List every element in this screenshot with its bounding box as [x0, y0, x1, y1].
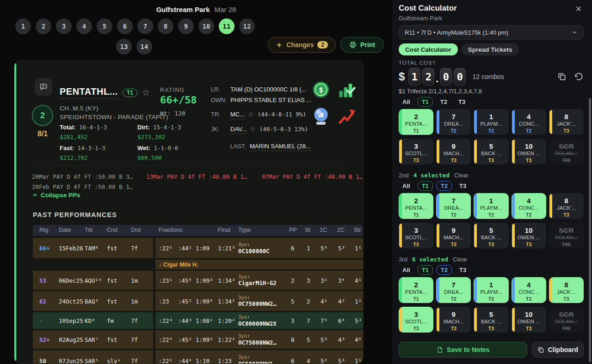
- tier-accent: [437, 194, 439, 218]
- horse-chip-9[interactable]: 9MACH...T3: [436, 223, 471, 249]
- filter-t2[interactable]: T2: [437, 97, 451, 106]
- pp-cell-pp: 2: [291, 277, 295, 284]
- comment-icon[interactable]: [35, 78, 52, 96]
- horse-chip-8[interactable]: 8JACK'...T3: [549, 109, 584, 135]
- race-button-12[interactable]: 12: [239, 18, 255, 34]
- group-clear-button[interactable]: Clear: [454, 172, 469, 179]
- horse-chip-9[interactable]: 9MACH...T3: [436, 139, 471, 164]
- horse-chip-10[interactable]: 10OWEN ...T3: [512, 307, 546, 333]
- horse-chip-2[interactable]: 2PENTA...T1: [399, 193, 433, 219]
- save-to-notes-button[interactable]: Save to Notes: [399, 342, 527, 358]
- track-title: Gulfstream Park Mar 28: [0, 6, 392, 13]
- horse-chip-SCR[interactable]: SCRROLAN...T99: [549, 307, 584, 333]
- race-button-13[interactable]: 13: [116, 39, 132, 55]
- cost-digit[interactable]: 0: [440, 68, 452, 85]
- horse-chip-4[interactable]: 4CONC...T2: [512, 277, 546, 303]
- filter-t3[interactable]: T3: [456, 266, 470, 274]
- horse-chip-4[interactable]: 4CONC...T2: [512, 193, 546, 219]
- print-button[interactable]: Print: [340, 37, 384, 53]
- filter-t1[interactable]: T1: [418, 265, 433, 275]
- horse-name[interactable]: PENTATHL...: [60, 86, 118, 99]
- pp-cell-rtg: 53: [39, 277, 46, 284]
- horse-chip-SCR[interactable]: SCRROLAN...T99: [549, 139, 584, 164]
- filter-t2[interactable]: T2: [437, 181, 452, 191]
- race-button-6[interactable]: 6: [117, 18, 133, 34]
- horse-chip-3[interactable]: 3SCOTL...T3: [399, 223, 433, 249]
- filter-t1[interactable]: T1: [418, 97, 433, 107]
- reset-icon[interactable]: [574, 72, 584, 82]
- star-icon[interactable]: ☆: [250, 125, 256, 133]
- race-button-7[interactable]: 7: [137, 18, 153, 34]
- horse-chip-5[interactable]: 5BACK ...T3: [474, 223, 508, 249]
- pp-cell-f2: :45²: [178, 336, 192, 343]
- changes-button[interactable]: Changes 2: [268, 37, 336, 53]
- horse-chip-2[interactable]: 2PENTA...T1: [399, 277, 433, 303]
- horse-chip-7[interactable]: 7DREA...T2: [436, 193, 471, 219]
- filter-t3[interactable]: T3: [456, 182, 470, 190]
- race-button-10[interactable]: 10: [198, 18, 214, 34]
- workout-line: 28Feb PAY D 4f FT :50.00 B 1…: [32, 183, 133, 190]
- horse-chip-7[interactable]: 7DREA...T2: [436, 109, 471, 135]
- horse-chip-number: 4: [512, 281, 546, 289]
- filter-all[interactable]: All: [399, 97, 414, 106]
- race-select-dropdown[interactable]: R11 • 7f D • ArmyMuleS175k (1:40 pm): [399, 25, 584, 40]
- horse-chip-1[interactable]: 1PLAYM...T2: [474, 109, 508, 135]
- pp-cell-f1: :23: [159, 297, 169, 304]
- horse-chip-8[interactable]: 8JACK'...T3: [549, 193, 584, 219]
- tier-accent: [399, 278, 402, 302]
- close-icon[interactable]: [574, 4, 584, 15]
- pp-cell-cnd: fst: [107, 297, 117, 304]
- star-icon[interactable]: ☆: [248, 110, 254, 118]
- pp-cell-st: 5: [307, 336, 310, 343]
- filter-all[interactable]: All: [399, 266, 414, 274]
- race-button-8[interactable]: 8: [158, 18, 173, 34]
- filter-all[interactable]: All: [399, 182, 414, 190]
- horse-chip-SCR[interactable]: SCRROLAN...T99: [549, 223, 584, 249]
- connection-value[interactable]: DAV...: [230, 126, 247, 134]
- horse-chip-3[interactable]: 3SCOTL...T3: [399, 139, 433, 164]
- horse-chip-10[interactable]: 10OWEN ...T3: [512, 139, 546, 164]
- horse-chip-10[interactable]: 10OWEN ...T3: [512, 223, 546, 249]
- horse-chip-2[interactable]: 2PENTA...T1: [399, 109, 433, 135]
- star-icon[interactable]: ☆: [142, 87, 150, 98]
- pp-cell-dist: 7f: [131, 336, 138, 343]
- filter-t2[interactable]: T2: [437, 265, 452, 275]
- connection-value[interactable]: MARIN SAMUEL (28...: [250, 143, 311, 151]
- cost-digit[interactable]: 1: [408, 68, 420, 85]
- changes-label: Changes: [286, 41, 314, 49]
- race-button-11[interactable]: 11: [219, 18, 234, 34]
- horse-chip-number: 9: [436, 142, 471, 150]
- cost-digit[interactable]: 0: [454, 68, 466, 85]
- group-clear-button[interactable]: Clear: [453, 256, 467, 263]
- filter-t3[interactable]: T3: [455, 97, 469, 106]
- pp-cell-f3: 1:09: [196, 245, 210, 252]
- race-button-5[interactable]: 5: [97, 18, 112, 34]
- panel-scrollbar[interactable]: [589, 98, 591, 362]
- horse-chip-1[interactable]: 1PLAYM...T2: [474, 277, 508, 303]
- horse-chip-8[interactable]: 8JACK'...T3: [549, 277, 584, 303]
- cost-digit[interactable]: 2: [422, 68, 434, 85]
- collapse-pps-link[interactable]: Collapse PPs: [32, 192, 80, 199]
- tab-cost-calculator[interactable]: Cost Calculator: [399, 43, 458, 55]
- horse-chip-5[interactable]: 5BACK ...T3: [474, 307, 508, 333]
- tab-spread-tickets[interactable]: Spread Tickets: [462, 43, 519, 55]
- race-button-1[interactable]: 1: [15, 18, 31, 34]
- horse-chip-5[interactable]: 5BACK ...T3: [474, 139, 508, 164]
- race-button-3[interactable]: 3: [56, 18, 72, 34]
- horse-chip-7[interactable]: 7DREA...T2: [436, 277, 471, 303]
- horse-chip-4[interactable]: 4CONC...T2: [512, 109, 546, 135]
- clipboard-button[interactable]: Clipboard: [532, 342, 584, 358]
- filter-t1[interactable]: T1: [418, 181, 433, 191]
- horse-chip-3[interactable]: 3SCOTL...T3: [399, 307, 433, 333]
- pp-cell-f2: :44¹: [178, 245, 192, 252]
- panel-actions: Save to Notes Clipboard: [399, 342, 584, 358]
- race-button-14[interactable]: 14: [136, 39, 152, 55]
- horse-chip-9[interactable]: 9MACH...T3: [436, 307, 471, 333]
- horse-chip-tier: T2: [436, 127, 471, 134]
- horse-chip-1[interactable]: 1PLAYM...T2: [474, 193, 508, 219]
- connection-value[interactable]: MC...: [230, 111, 245, 119]
- copy-icon[interactable]: [557, 72, 567, 81]
- race-button-9[interactable]: 9: [178, 18, 194, 34]
- race-button-2[interactable]: 2: [36, 18, 51, 34]
- race-button-4[interactable]: 4: [76, 18, 92, 34]
